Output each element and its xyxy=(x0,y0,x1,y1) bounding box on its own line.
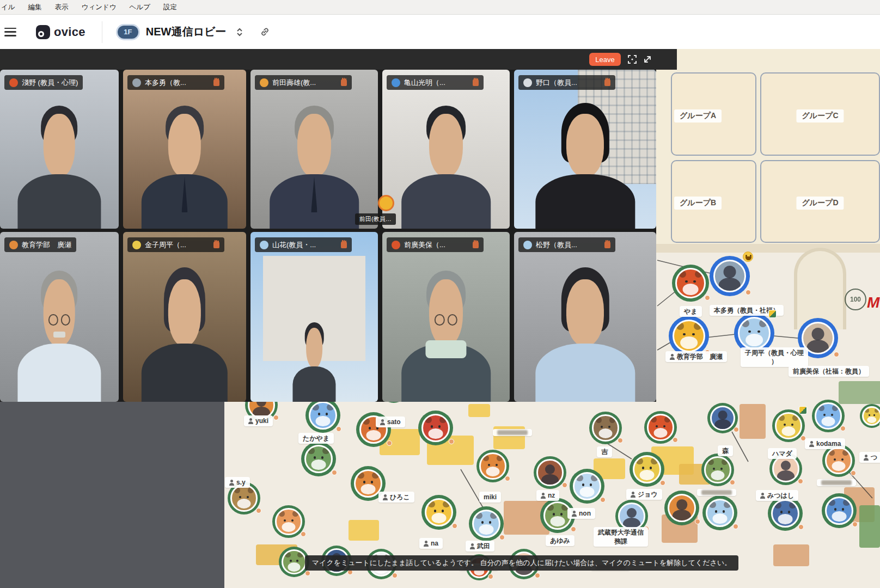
map-avatar-koala[interactable] xyxy=(272,505,305,538)
map-name-label: ハマダ xyxy=(768,448,797,459)
menu-item[interactable]: 編集 xyxy=(28,3,42,12)
participant-silhouette xyxy=(18,256,101,402)
avatar-accessory xyxy=(452,523,457,529)
avatar-accessory xyxy=(673,437,678,443)
map-avatar-polar[interactable] xyxy=(570,469,604,504)
person-icon xyxy=(424,541,429,547)
floor-switcher-icon[interactable] xyxy=(236,27,243,37)
participant-name-label: 松野（教員... xyxy=(518,237,615,252)
menu-item[interactable]: ウィンドウ xyxy=(82,3,117,12)
stamp-100-logo: 100 xyxy=(845,289,866,310)
map-avatar-lion[interactable] xyxy=(860,404,880,428)
video-tile[interactable]: 前廣美保（... xyxy=(382,232,510,402)
participant-name: 山花(教員・... xyxy=(272,240,316,250)
map-name-label: yuki xyxy=(244,415,273,426)
avatar-accessory xyxy=(332,470,337,475)
menu-item[interactable]: 設定 xyxy=(163,3,177,12)
menu-item[interactable]: イル xyxy=(1,3,15,12)
fullscreen-icon[interactable] xyxy=(627,54,637,64)
person-icon xyxy=(670,354,675,360)
participant-silhouette xyxy=(292,314,336,402)
map-avatar-lion[interactable] xyxy=(421,495,456,530)
menu-item[interactable]: ヘルプ xyxy=(130,3,150,12)
map-avatar-koala[interactable] xyxy=(812,400,845,432)
participant-name-label: 本多勇（教... xyxy=(127,75,224,90)
map-name-label: sato xyxy=(376,416,405,427)
map-avatar-panda[interactable] xyxy=(701,454,734,486)
video-tile[interactable]: 松野（教員... xyxy=(514,232,656,402)
map-avatar-bear[interactable] xyxy=(476,450,509,482)
participant-name: 亀山光明（... xyxy=(404,78,445,88)
avatar-accessory xyxy=(305,571,310,576)
participant-name-label: 亀山光明（... xyxy=(387,75,484,90)
hamburger-menu-icon[interactable] xyxy=(4,28,16,36)
map-name-label: kodama xyxy=(805,438,845,449)
m-logo: M xyxy=(867,294,879,311)
room-name: NEW通信ロビー xyxy=(146,24,227,39)
map-avatar-bear[interactable] xyxy=(589,412,622,444)
person-icon xyxy=(572,511,577,517)
video-tile[interactable]: 金子周平（... xyxy=(123,232,246,402)
map-avatar-bear[interactable] xyxy=(768,496,803,531)
map-avatar-person[interactable] xyxy=(534,456,566,489)
avatar-accessory xyxy=(730,480,735,485)
video-tile[interactable]: 淺野 (教員・心理) xyxy=(0,70,119,229)
map-name-label: nz xyxy=(536,490,559,501)
person-icon xyxy=(631,492,635,498)
avatar-accessory xyxy=(600,497,606,503)
map-avatar-person[interactable] xyxy=(707,403,738,433)
video-tile[interactable]: 本多勇（教... xyxy=(123,70,246,229)
resize-diagonal-icon[interactable] xyxy=(643,54,652,64)
avatar-accessory xyxy=(256,508,261,513)
video-tile[interactable]: 前田壽雄(教... xyxy=(250,70,378,229)
avatar-accessory xyxy=(392,573,398,578)
avatar-accessory xyxy=(851,470,856,476)
avatar-accessory xyxy=(387,440,392,446)
raised-hand-icon xyxy=(213,79,219,86)
video-tile[interactable]: 教育学部 廣瀬 xyxy=(0,232,119,402)
floor-badge[interactable]: 1F xyxy=(118,26,138,39)
video-tile[interactable]: 山花(教員・... xyxy=(250,232,378,402)
participant-name: 前廣美保（... xyxy=(404,240,445,250)
avatar-accessory xyxy=(798,524,804,530)
participant-silhouette xyxy=(535,92,635,229)
person-icon xyxy=(248,418,253,424)
map-avatar-fox[interactable] xyxy=(702,495,737,530)
person-icon xyxy=(229,480,234,486)
map-avatar-bear[interactable] xyxy=(301,442,336,476)
map-avatar-koala[interactable] xyxy=(305,398,340,433)
copy-link-icon[interactable] xyxy=(260,27,270,37)
map-avatar-person[interactable] xyxy=(710,256,750,296)
map-name-label: 武蔵野大学通信 務課 xyxy=(594,527,648,547)
avatar-accessory xyxy=(449,439,454,444)
map-avatar-fox[interactable] xyxy=(772,409,805,442)
map-avatar-fox[interactable] xyxy=(469,506,504,541)
map-name-label: ひろこ xyxy=(378,492,414,503)
map-avatar-lemur[interactable] xyxy=(418,411,453,445)
avatar-accessory xyxy=(336,426,341,432)
map-avatar-person[interactable] xyxy=(664,491,699,525)
video-tile[interactable]: 野口（教員... xyxy=(514,70,656,229)
participant-avatar-icon xyxy=(523,241,532,249)
map-avatar-raccoon[interactable] xyxy=(672,265,709,302)
mute-warning-toast: マイクをミュートにしたまま話しているようです。 自分の声を他の人に届けたい場合は… xyxy=(305,555,738,571)
map-avatar-raccoon[interactable] xyxy=(644,411,677,444)
avatar-accessory xyxy=(535,573,540,578)
map-avatar-bear[interactable] xyxy=(669,316,709,356)
map-avatar-penguin[interactable] xyxy=(822,493,857,528)
raised-hand-icon xyxy=(341,241,347,248)
video-tile[interactable]: 亀山光明（... xyxy=(382,70,510,229)
participant-name: 淺野 (教員・心理) xyxy=(22,78,78,88)
meeting-empty-panel xyxy=(0,402,224,588)
map-avatar-dog[interactable] xyxy=(630,452,664,487)
participant-name: 野口（教員... xyxy=(536,78,577,88)
leave-button[interactable]: Leave xyxy=(589,53,621,66)
participant-name-label: 教育学部 廣瀬 xyxy=(4,237,76,252)
avatar-accessory xyxy=(499,535,505,540)
person-icon xyxy=(864,455,869,461)
participant-avatar-icon xyxy=(9,241,18,249)
participant-silhouette xyxy=(18,92,101,229)
screen: イル編集表示ウィンドウヘルプ設定 ovice 1F NEW通信ロビー グループA… xyxy=(0,0,880,588)
map-name-label: non xyxy=(567,508,595,519)
menu-item[interactable]: 表示 xyxy=(55,3,69,12)
